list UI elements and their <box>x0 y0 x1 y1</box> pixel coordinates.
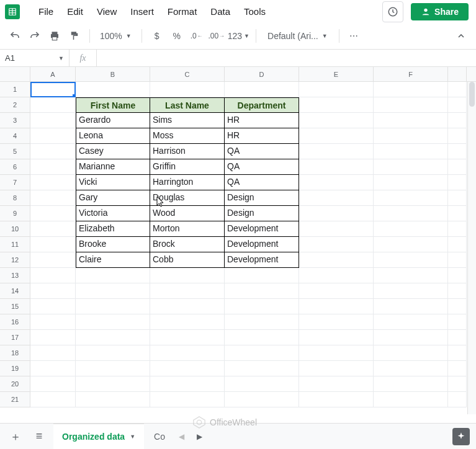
cell-A3[interactable] <box>30 113 76 128</box>
cell-G7[interactable] <box>448 175 467 190</box>
cell-F5[interactable] <box>374 144 448 159</box>
paint-format-button[interactable] <box>66 27 83 45</box>
cell-G17[interactable] <box>448 330 467 345</box>
cell-B16[interactable] <box>76 314 150 330</box>
cell-E21[interactable] <box>299 392 374 407</box>
row-header-9[interactable]: 9 <box>0 206 30 221</box>
cell-G21[interactable] <box>448 392 467 407</box>
cell-C6[interactable]: Griffin <box>150 159 225 175</box>
menu-view[interactable]: View <box>91 4 123 19</box>
number-format-button[interactable]: 123▼ <box>228 27 249 45</box>
row-header-10[interactable]: 10 <box>0 221 30 237</box>
cell-F8[interactable] <box>374 190 448 206</box>
print-button[interactable] <box>46 27 63 45</box>
row-header-15[interactable]: 15 <box>0 299 30 314</box>
row-headers[interactable]: 123456789101112131415161718192021 <box>0 82 30 407</box>
cell-A12[interactable] <box>30 252 76 268</box>
cell-E7[interactable] <box>299 175 374 190</box>
cell-A15[interactable] <box>30 299 76 314</box>
cell-E15[interactable] <box>299 299 374 314</box>
cell-A14[interactable] <box>30 283 76 299</box>
cell-B2[interactable]: First Name <box>76 97 150 113</box>
cell-B3[interactable]: Gerardo <box>76 113 150 128</box>
cell-F15[interactable] <box>374 299 448 314</box>
col-header-C[interactable]: C <box>150 67 225 81</box>
cell-E6[interactable] <box>299 159 374 175</box>
cell-A8[interactable] <box>30 190 76 206</box>
cell-E13[interactable] <box>299 268 374 283</box>
cell-G2[interactable] <box>448 97 467 113</box>
cell-E20[interactable] <box>299 376 374 392</box>
cell-E17[interactable] <box>299 330 374 345</box>
cell-D2[interactable]: Department <box>225 97 299 113</box>
row-header-16[interactable]: 16 <box>0 314 30 330</box>
menu-edit[interactable]: Edit <box>61 4 89 19</box>
cell-G18[interactable] <box>448 345 467 361</box>
cell-G19[interactable] <box>448 361 467 376</box>
cell-B15[interactable] <box>76 299 150 314</box>
cell-G16[interactable] <box>448 314 467 330</box>
menu-format[interactable]: Format <box>161 4 204 19</box>
cell-D14[interactable] <box>225 283 299 299</box>
cell-C2[interactable]: Last Name <box>150 97 225 113</box>
cell-E19[interactable] <box>299 361 374 376</box>
cell-A9[interactable] <box>30 206 76 221</box>
cell-D12[interactable]: Development <box>225 252 299 268</box>
cell-C16[interactable] <box>150 314 225 330</box>
cells-area[interactable]: First NameLast NameDepartmentGerardoSims… <box>30 82 476 414</box>
menu-data[interactable]: Data <box>204 4 236 19</box>
cell-A17[interactable] <box>30 330 76 345</box>
cell-A5[interactable] <box>30 144 76 159</box>
increase-decimal-button[interactable]: .00→ <box>208 27 225 45</box>
row-header-2[interactable]: 2 <box>0 97 30 113</box>
cell-B9[interactable]: Victoria <box>76 206 150 221</box>
cell-E3[interactable] <box>299 113 374 128</box>
menu-insert[interactable]: Insert <box>124 4 160 19</box>
tab-nav-right[interactable]: ▶ <box>193 432 206 441</box>
col-header-F[interactable]: F <box>374 67 448 81</box>
cell-D8[interactable]: Design <box>225 190 299 206</box>
cell-D4[interactable]: HR <box>225 128 299 144</box>
cell-A10[interactable] <box>30 221 76 237</box>
cell-A2[interactable] <box>30 97 76 113</box>
currency-button[interactable]: $ <box>148 27 166 45</box>
col-header-G[interactable] <box>448 67 467 81</box>
redo-button[interactable] <box>26 27 43 45</box>
row-header-3[interactable]: 3 <box>0 113 30 128</box>
percent-button[interactable]: % <box>168 27 186 45</box>
explore-button[interactable] <box>452 428 470 445</box>
cell-D21[interactable] <box>225 392 299 407</box>
cell-E14[interactable] <box>299 283 374 299</box>
cell-C19[interactable] <box>150 361 225 376</box>
undo-button[interactable] <box>6 27 24 45</box>
cell-F4[interactable] <box>374 128 448 144</box>
cell-A1[interactable] <box>30 82 76 97</box>
cell-A21[interactable] <box>30 392 76 407</box>
cell-G13[interactable] <box>448 268 467 283</box>
scrollbar-thumb[interactable] <box>469 82 475 107</box>
cell-B6[interactable]: Marianne <box>76 159 150 175</box>
cell-D11[interactable]: Development <box>225 237 299 252</box>
cell-E18[interactable] <box>299 345 374 361</box>
cell-A7[interactable] <box>30 175 76 190</box>
cell-D18[interactable] <box>225 345 299 361</box>
zoom-select[interactable]: 100% ▼ <box>96 27 135 45</box>
cell-F10[interactable] <box>374 221 448 237</box>
cell-F14[interactable] <box>374 283 448 299</box>
cell-B12[interactable]: Claire <box>76 252 150 268</box>
cell-E2[interactable] <box>299 97 374 113</box>
name-box[interactable]: A1 ▼ <box>0 50 70 66</box>
cell-G5[interactable] <box>448 144 467 159</box>
row-header-11[interactable]: 11 <box>0 237 30 252</box>
cell-D3[interactable]: HR <box>225 113 299 128</box>
cell-E11[interactable] <box>299 237 374 252</box>
cell-D1[interactable] <box>225 82 299 97</box>
cell-F9[interactable] <box>374 206 448 221</box>
cell-C7[interactable]: Harrington <box>150 175 225 190</box>
cell-F11[interactable] <box>374 237 448 252</box>
cell-G4[interactable] <box>448 128 467 144</box>
row-header-4[interactable]: 4 <box>0 128 30 144</box>
row-header-12[interactable]: 12 <box>0 252 30 268</box>
row-header-14[interactable]: 14 <box>0 283 30 299</box>
cell-F2[interactable] <box>374 97 448 113</box>
